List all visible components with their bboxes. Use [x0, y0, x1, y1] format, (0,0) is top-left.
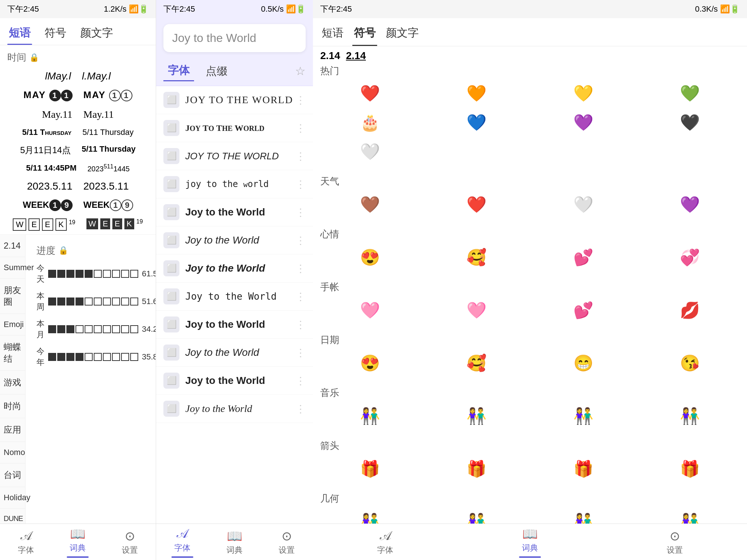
left-tab-kaomoji[interactable]: 颜文字	[79, 23, 115, 45]
more-icon[interactable]: ⋮	[295, 94, 306, 106]
more-icon[interactable]: ⋮	[295, 178, 306, 190]
left-nav-font[interactable]: 𝒜 字体	[0, 524, 52, 560]
more-icon[interactable]: ⋮	[295, 403, 306, 415]
emoji-cell[interactable]: 💕	[530, 243, 637, 272]
left-nav-dict[interactable]: 📖 词典	[52, 524, 104, 560]
emoji-cell[interactable]: 🤎	[317, 190, 423, 219]
list-item[interactable]: ⬜ Joy to the World ⋮	[156, 283, 313, 311]
list-item[interactable]: ⬜ Joy to the World ⋮	[156, 226, 313, 254]
emoji-cell[interactable]: 🎁	[423, 454, 530, 483]
emoji-cell[interactable]: 💙	[423, 108, 530, 137]
2023-preview: 2023.5.11 2023.5.11	[7, 180, 148, 192]
emoji-cell[interactable]: 💜	[530, 108, 637, 137]
emoji-cell[interactable]: 👫	[423, 507, 530, 524]
cat-fashion[interactable]: 时尚	[0, 394, 25, 418]
emoji-cell[interactable]: 🩷	[423, 296, 530, 325]
cat-2.14[interactable]: 2.14	[0, 235, 25, 257]
emoji-cell[interactable]: 🥰	[423, 349, 530, 378]
emoji-cell[interactable]: 👫	[637, 401, 744, 431]
right-tab-phrase[interactable]: 短语	[320, 23, 345, 46]
emoji-cell[interactable]: 🩷	[317, 296, 423, 325]
emoji-cell[interactable]: 💚	[637, 79, 744, 108]
emoji-cell[interactable]: 👫	[423, 401, 530, 431]
list-item[interactable]: ⬜ Joy to the World ⋮	[156, 198, 313, 226]
cat-bow[interactable]: 蝴蝶结	[0, 335, 25, 371]
more-icon[interactable]: ⋮	[295, 206, 306, 218]
list-item[interactable]: ⬜ Joy to the World ⋮	[156, 311, 313, 339]
progress-year: 今年 35.8%	[29, 343, 156, 371]
cat-friends[interactable]: 朋友圈	[0, 279, 25, 314]
list-item[interactable]: ⬜ Joy to the World ⋮	[156, 395, 313, 423]
cat-emoji[interactable]: Emoji	[0, 314, 25, 335]
list-item[interactable]: ⬜ Joy to the World ⋮	[156, 367, 313, 395]
more-icon[interactable]: ⋮	[295, 291, 306, 303]
right-nav-font[interactable]: 𝒜 字体	[313, 524, 458, 560]
left-tab-phrase[interactable]: 短语	[7, 23, 32, 45]
mid-nav-dict[interactable]: 📖 词典	[208, 524, 260, 560]
progress-week: 本周 51.6%	[29, 288, 156, 315]
font-row-thursday: 5/11 Thursday 5/11 Thursday	[0, 124, 156, 141]
cat-game[interactable]: 游戏	[0, 371, 25, 394]
mid-nav-settings[interactable]: ⊙ 设置	[261, 524, 313, 560]
emoji-cell[interactable]: ❤️	[317, 79, 423, 108]
dict-icon-right: 📖	[522, 526, 538, 541]
cat-app[interactable]: 应用	[0, 418, 25, 442]
more-icon[interactable]: ⋮	[295, 319, 306, 331]
emoji-cell[interactable]: 🤍	[530, 190, 637, 219]
right-nav-settings[interactable]: ⊙ 设置	[602, 524, 747, 560]
left-nav-settings[interactable]: ⊙ 设置	[104, 524, 156, 560]
search-box[interactable]: Joy to the World	[163, 24, 306, 52]
mid-tab-font[interactable]: 字体	[163, 61, 194, 81]
right-bottom-nav: 𝒜 字体 📖 词典 ⊙ 设置	[313, 524, 747, 560]
left-tab-symbol[interactable]: 符号	[43, 23, 68, 45]
cat-nomo[interactable]: Nomo	[0, 442, 25, 463]
list-item[interactable]: ⬜ Joy to the World ⋮	[156, 254, 313, 283]
cat-lines[interactable]: 台词	[0, 463, 25, 487]
emoji-cell[interactable]: 💞	[637, 243, 744, 272]
font-row-week-badge: WEEK19 WEEK19	[0, 196, 156, 215]
emoji-cell[interactable]: 👫	[317, 507, 423, 524]
emoji-cell[interactable]: 👫	[317, 401, 423, 431]
emoji-cell[interactable]: 🥰	[423, 243, 530, 272]
emoji-cell[interactable]: 😁	[530, 349, 637, 378]
cat-holiday[interactable]: Holiday	[0, 487, 25, 509]
emoji-cell[interactable]: 💋	[637, 296, 744, 325]
mid-tab-deco[interactable]: 点缀	[201, 62, 232, 81]
emoji-cell[interactable]: 💕	[530, 296, 637, 325]
list-item[interactable]: ⬜ JOY TO THE WORLD ⋮	[156, 114, 313, 142]
mid-nav-font[interactable]: 𝒜 字体	[156, 524, 208, 560]
emoji-cell[interactable]: ❤️	[423, 190, 530, 219]
cat-dune[interactable]: DUNE	[0, 509, 25, 524]
right-tab-symbol[interactable]: 符号	[352, 23, 377, 46]
emoji-cell[interactable]: 👫	[530, 507, 637, 524]
more-icon[interactable]: ⋮	[295, 262, 306, 275]
right-tab-kaomoji[interactable]: 颜文字	[384, 23, 420, 46]
emoji-cell[interactable]: 🎁	[530, 454, 637, 483]
more-icon[interactable]: ⋮	[295, 150, 306, 162]
emoji-cell[interactable]: 😍	[317, 349, 423, 378]
emoji-cell[interactable]: 🧡	[423, 79, 530, 108]
emoji-cell[interactable]: 🖤	[637, 108, 744, 137]
emoji-cell[interactable]: 😘	[637, 349, 744, 378]
cat-summer[interactable]: Summer	[0, 257, 25, 279]
emoji-cell[interactable]: 💛	[530, 79, 637, 108]
emoji-cell[interactable]: 🎁	[317, 454, 423, 483]
list-item[interactable]: ⬜ Joy to the World ⋮	[156, 339, 313, 367]
more-icon[interactable]: ⋮	[295, 375, 306, 387]
more-icon[interactable]: ⋮	[295, 234, 306, 246]
emoji-cell[interactable]: 🎂	[317, 108, 423, 137]
emoji-cell[interactable]: 👫	[530, 401, 637, 431]
emoji-cell[interactable]: 🎁	[637, 454, 744, 483]
more-icon[interactable]: ⋮	[295, 347, 306, 359]
emoji-cell[interactable]: 🤍	[317, 137, 423, 166]
emoji-cell[interactable]: 👫	[637, 507, 744, 524]
emoji-cell[interactable]: 😍	[317, 243, 423, 272]
emoji-cell[interactable]: 💜	[637, 190, 744, 219]
right-nav-dict[interactable]: 📖 词典	[458, 524, 603, 560]
right-emoji-content: 2.14 2.14 热门 ❤️ 🧡 💛 💚 🎂 💙 💜 🖤 🤍 天气 🤎 ❤️ …	[313, 46, 747, 524]
list-item[interactable]: ⬜ JOY TO THE WORLD ⋮	[156, 86, 313, 114]
more-icon[interactable]: ⋮	[295, 122, 306, 134]
list-item[interactable]: ⬜ joy to the world ⋮	[156, 170, 313, 198]
favorite-star-icon[interactable]: ☆	[295, 64, 306, 78]
list-item[interactable]: ⬜ JOY TO THE WORLD ⋮	[156, 142, 313, 170]
